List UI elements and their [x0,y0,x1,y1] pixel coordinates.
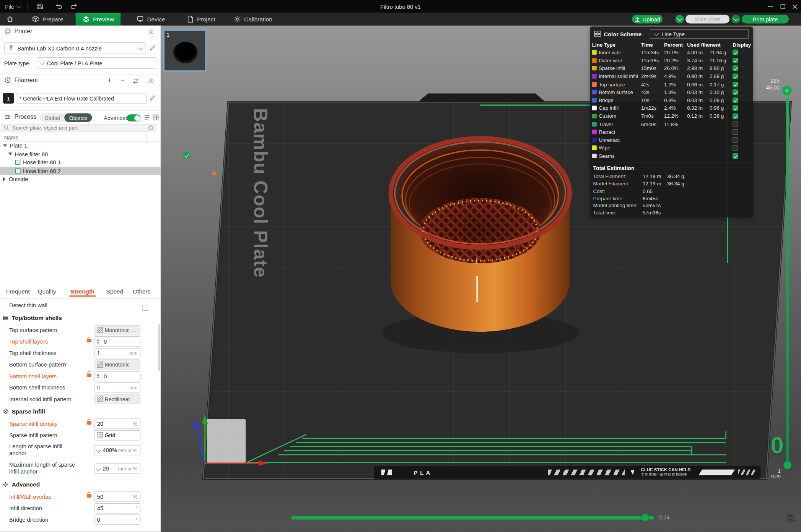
lock-icon[interactable] [87,339,91,342]
plate-type-select[interactable]: Cool Plate / PLA Plate [37,57,156,69]
redo-button[interactable] [68,3,80,10]
tree-item-plate-1[interactable]: Plate 1 [0,141,161,150]
scope-objects[interactable]: Objects [65,113,92,122]
tab-prepare[interactable]: Prepare [23,13,72,25]
caret-open-icon[interactable] [3,144,7,147]
scope-global[interactable]: Global [40,113,65,122]
plate-front-strip: PLA GLUE STICK CAN HELP. 专用胶棒可改善粘接和脱模 [374,466,761,478]
infill-direction-input[interactable]: 45 ° [94,503,140,513]
slice-plate-button[interactable]: Slice plate [685,15,729,24]
top-surface-pattern-select[interactable]: Monotonic … [94,325,140,335]
object-visible-checkbox[interactable] [183,152,189,158]
printer-settings-button[interactable] [147,28,155,37]
tree-item-outside[interactable]: Outside [0,175,161,183]
display-checkbox[interactable] [733,73,738,79]
spinner-arrows[interactable] [95,337,101,346]
tab-project[interactable]: Project [180,13,222,25]
filament-settings-button[interactable] [147,77,155,86]
edit-filament-button[interactable] [149,94,156,102]
display-checkbox[interactable] [733,121,738,127]
search-bar[interactable] [1,124,156,132]
tab-speed[interactable]: Speed [106,289,123,295]
anchor-max-combo[interactable]: 20 mm or % [94,464,140,474]
tab-preview[interactable]: Preview [76,13,121,25]
display-checkbox[interactable] [733,105,738,111]
tab-device[interactable]: Device [129,13,173,25]
display-checkbox[interactable] [733,153,738,159]
caret-closed-icon[interactable] [3,177,6,182]
display-checkbox[interactable] [733,81,738,87]
print-dropdown-button[interactable] [731,15,740,24]
remove-filament-button[interactable]: − [120,76,125,84]
tree-item-hose-filter-80-2[interactable]: Hose filter 80 2 [0,167,161,175]
tab-frequent[interactable]: Frequent [6,289,29,295]
sparse-infill-pattern-select[interactable]: Grid [94,430,140,440]
display-checkbox[interactable] [733,50,738,55]
lock-icon[interactable] [87,373,91,377]
display-checkbox[interactable] [733,137,738,143]
bottom-surface-pattern-select[interactable]: Monotonic [94,359,140,370]
sparse-infill-density-input[interactable]: 20 % [94,418,140,429]
display-checkbox[interactable] [733,129,738,135]
param-list-view-button[interactable] [143,114,151,122]
add-color-change-button[interactable]: + [782,86,792,95]
shells-section-icon [3,315,9,321]
display-checkbox[interactable] [733,145,738,151]
caret-open-icon[interactable] [8,153,12,156]
advanced-toggle[interactable] [127,114,140,122]
param-grid-view-button[interactable] [153,114,160,122]
search-input[interactable] [11,125,146,131]
display-checkbox[interactable] [733,66,738,71]
minimize-button[interactable] [764,0,777,13]
top-shell-thickness-input[interactable]: 1 mm [94,348,140,358]
detect-thin-wall-checkbox[interactable] [142,305,148,311]
plate-thumbnail[interactable]: 1 [163,29,206,71]
anchor-length-combo[interactable]: 400% mm or % [94,445,140,456]
tree-item-hose-filter-80[interactable]: Hose filter 80 [0,150,161,158]
display-checkbox[interactable] [733,114,738,119]
clear-search-icon[interactable] [148,125,154,131]
tab-strength[interactable]: Strength [70,289,94,295]
print-plate-button[interactable]: Print plate [742,15,789,24]
move-slider-handle[interactable] [641,513,649,521]
file-menu[interactable]: File [5,3,20,10]
display-checkbox[interactable] [733,89,738,95]
lock-icon[interactable] [87,421,91,425]
layer-slider-track[interactable] [786,97,789,463]
move-slider-track[interactable] [291,516,654,519]
bottom-shell-thickness-input[interactable]: 0 mm [94,383,140,393]
tab-quality[interactable]: Quality [38,289,56,295]
color-scheme-select[interactable]: Line Type [650,29,749,39]
tab-others[interactable]: Others [133,289,150,295]
bridge-direction-input[interactable]: 0 ° [94,514,140,525]
display-checkbox[interactable] [733,97,738,103]
tree-item-hose-filter-80-1[interactable]: Hose filter 80 1 [0,158,161,167]
printer-select[interactable]: Bambu Lab X1 Carbon 0.4 nozzle [4,42,146,54]
tab-home[interactable] [0,13,20,25]
edit-printer-button[interactable] [149,44,156,52]
bottom-shell-layers-input[interactable]: 0 [94,371,140,381]
slice-dropdown-button[interactable] [675,15,684,24]
top-shell-layers-input[interactable]: 0 [94,336,140,347]
maximize-button[interactable] [777,0,789,13]
display-checkbox[interactable] [733,58,738,63]
spinner-arrows[interactable] [95,371,101,381]
undo-button[interactable] [53,3,65,10]
sync-filament-button[interactable] [132,77,140,86]
layer-slider-handle[interactable] [783,461,792,470]
filament-name: * Generic PLA Ext Flow Rate Calibrated [20,95,114,101]
lock-icon[interactable] [87,494,91,498]
add-filament-button[interactable]: + [107,76,111,84]
tab-calibration[interactable]: Calibration [228,13,278,25]
save-button[interactable] [34,3,46,10]
process-scope-toggle[interactable]: Global Objects [40,113,92,122]
settings-scrollbar[interactable] [158,324,160,371]
model-hose-filter[interactable] [382,138,578,353]
infill-wall-overlap-input[interactable]: 50 % [94,491,140,502]
filament-slot-badge[interactable]: 1 [3,93,14,104]
close-button[interactable] [789,0,801,13]
filament-select[interactable]: * Generic PLA Ext Flow Rate Calibrated [16,93,147,104]
layers-view-button[interactable] [785,513,796,525]
upload-button[interactable]: Upload [632,15,663,24]
internal-solid-infill-pattern-select[interactable]: Rectilinear [94,394,140,404]
